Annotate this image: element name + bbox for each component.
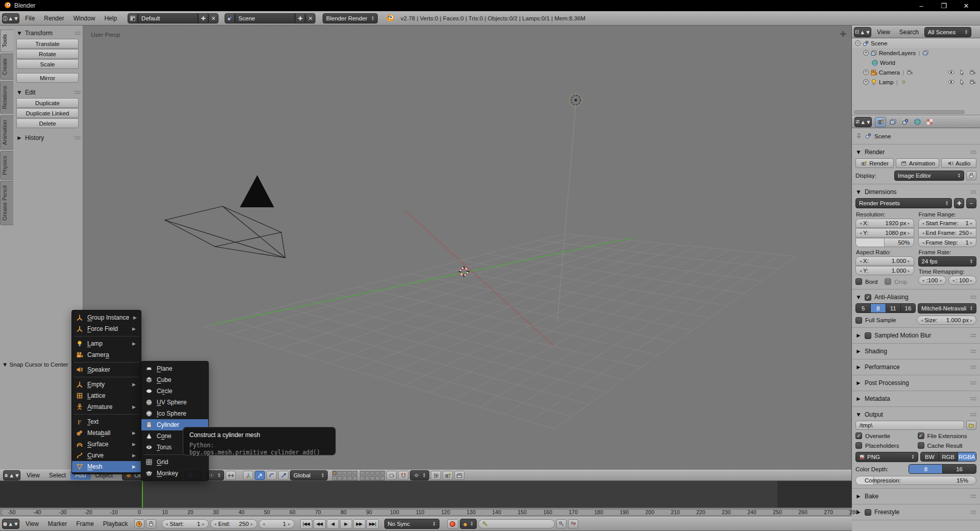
aa-sample-11[interactable]: 11	[886, 304, 901, 312]
add-menu-item-group-instance[interactable]: Group Instance▶	[72, 312, 141, 323]
render-panel-header[interactable]: ▼ Render	[855, 146, 976, 158]
screen-layout-name[interactable]: Default	[138, 13, 198, 23]
sidebar-tab-relations[interactable]: Relations	[0, 81, 13, 114]
record-button[interactable]	[447, 519, 458, 529]
aa-filter-select[interactable]: Mitchell-Netravali▲▼	[918, 303, 976, 313]
properties-tab-globe[interactable]	[912, 117, 923, 127]
panel-header-bake[interactable]: ►Bake	[855, 490, 976, 502]
layer-cell[interactable]	[360, 476, 364, 480]
compression-slider[interactable]: Compression: 15%	[855, 476, 976, 485]
layer-cell[interactable]	[375, 476, 380, 480]
outliner-hscrollbar[interactable]	[854, 110, 965, 114]
active-keying-set-field[interactable]	[478, 519, 555, 528]
layer-cell[interactable]	[337, 476, 342, 480]
prev-key-button[interactable]: ◀◀	[313, 519, 326, 529]
snap-widget-icon[interactable]	[226, 471, 236, 480]
render-engine-select[interactable]: Blender Render▲▼	[323, 13, 378, 23]
sidebar-tab-animation[interactable]: Animation	[0, 115, 13, 150]
properties-tab-render[interactable]	[875, 117, 886, 127]
outliner-row-scene[interactable]: −Scene	[852, 38, 980, 48]
panel-header-performance[interactable]: ►Performance	[855, 361, 976, 373]
aa-size-field[interactable]: ◂Size:1.000 px▸	[917, 316, 976, 325]
cache-result-checkbox[interactable]	[918, 442, 924, 449]
placeholders-checkbox[interactable]	[855, 442, 862, 449]
end-frame-field[interactable]: ◂End Frame:250▸	[918, 228, 977, 237]
layer-cell[interactable]	[370, 471, 375, 475]
snap-element-select[interactable]: ▲▼	[410, 470, 429, 480]
layers-widget[interactable]	[332, 471, 385, 480]
mesh-submenu-item-ico-sphere[interactable]: Ico Sphere	[141, 408, 208, 419]
layer-cell[interactable]	[365, 476, 370, 480]
properties-tab-checker[interactable]	[924, 117, 935, 127]
panel-grip[interactable]	[75, 90, 81, 94]
add-menu-item-armature[interactable]: Armature▶	[72, 401, 141, 413]
unlock-icon[interactable]	[966, 171, 976, 180]
color-depth-16[interactable]: 16	[943, 465, 976, 473]
panel-grip[interactable]	[970, 413, 976, 417]
tool-button-duplicate-linked[interactable]: Duplicate Linked	[16, 108, 79, 118]
outliner-row-renderlayers[interactable]: +RenderLayers|	[852, 48, 980, 58]
timeline-current-frame-field[interactable]: ◂1▸	[259, 519, 295, 528]
add-menu-item-metaball[interactable]: Metaball▶	[72, 427, 141, 439]
jump-start-button[interactable]: |◀◀	[300, 519, 312, 529]
layer-cell[interactable]	[342, 471, 347, 475]
panel-header-edit[interactable]: ▼Edit	[15, 87, 82, 98]
properties-editor-type-button[interactable]: ▲▼	[854, 117, 872, 127]
timeline-end-field[interactable]: ◂End:250▸	[210, 519, 257, 528]
dimensions-panel-header[interactable]: ▼Dimensions	[855, 186, 976, 198]
timeline-ruler[interactable]: -50-40-30-20-100102030405060708090100110…	[0, 508, 852, 517]
delete-keyframe-button[interactable]	[568, 519, 578, 528]
remap-new-field[interactable]: ◂: 100▸	[948, 276, 976, 285]
layer-cell[interactable]	[353, 471, 357, 475]
panel-header-history[interactable]: ►History	[15, 132, 82, 143]
file-browse-icon[interactable]	[966, 421, 976, 430]
outliner-row-world[interactable]: World	[852, 58, 980, 67]
tool-button-translate[interactable]: Translate	[16, 39, 79, 49]
screen-layout-icon[interactable]	[128, 13, 138, 23]
layer-cell[interactable]	[375, 471, 380, 475]
border-checkbox[interactable]	[855, 278, 862, 285]
camera-object[interactable]	[165, 175, 285, 258]
delete-scene-button[interactable]: ✕	[305, 13, 315, 23]
outliner-editor-type-button[interactable]: ▲▼	[854, 27, 871, 37]
layer-cell[interactable]	[332, 476, 337, 480]
resolution-y-field[interactable]: ◂Y:1080 px▸	[855, 228, 914, 237]
manipulator-axis-button[interactable]	[243, 471, 253, 480]
color-depth-8[interactable]: 8	[909, 465, 943, 473]
panel-grip[interactable]	[970, 190, 976, 194]
snap-magnet-button[interactable]	[398, 471, 408, 480]
tool-button-duplicate[interactable]: Duplicate	[16, 98, 79, 108]
aa-sample-8[interactable]: 8	[871, 304, 886, 312]
layer-cell[interactable]	[348, 471, 352, 475]
transform-orientation-select[interactable]: Global▲▼	[290, 470, 328, 480]
properties-tab-photo[interactable]	[887, 117, 898, 127]
frame-rate-select[interactable]: 24 fps▲▼	[918, 256, 977, 267]
maximize-button[interactable]: ❐	[939, 2, 948, 10]
layer-cell[interactable]	[342, 476, 347, 480]
add-menu-item-force-field[interactable]: Force Field▶	[72, 323, 141, 334]
panel-header-freestyle[interactable]: ►Freestyle	[855, 506, 976, 518]
anti-aliasing-checkbox[interactable]: ✓	[865, 294, 871, 301]
add-menu-item-camera[interactable]: Camera	[72, 349, 141, 360]
pointer-toggle[interactable]	[959, 69, 965, 76]
eye-toggle[interactable]	[948, 79, 954, 85]
aspect-x-field[interactable]: ◂X:1.000▸	[855, 256, 914, 266]
timeline-start-field[interactable]: ◂Start:1▸	[162, 519, 209, 528]
panel-grip[interactable]	[970, 333, 976, 337]
layer-cell[interactable]	[337, 471, 342, 475]
full-sample-checkbox[interactable]	[855, 317, 862, 324]
add-preset-button[interactable]: ✚	[954, 198, 964, 208]
expand-icon[interactable]: +	[863, 69, 869, 75]
animation-button[interactable]: Animation	[896, 158, 939, 168]
lock-time-icon[interactable]	[146, 519, 156, 528]
sampled-motion-blur-checkbox[interactable]	[865, 332, 871, 339]
file-extensions-checkbox[interactable]: ✓	[918, 432, 924, 439]
next-key-button[interactable]: ▶▶	[353, 519, 365, 529]
timeline-editor-type-button[interactable]: ▲▼	[2, 519, 19, 529]
add-screen-layout-button[interactable]: ✚	[198, 13, 208, 23]
panel-header-metadata[interactable]: ►Metadata	[855, 393, 976, 405]
close-button[interactable]: ✕	[962, 2, 971, 10]
display-select[interactable]: Image Editor▲▼	[894, 171, 964, 181]
channel-rgb[interactable]: RGB	[939, 452, 958, 461]
overwrite-checkbox[interactable]: ✓	[855, 432, 862, 439]
